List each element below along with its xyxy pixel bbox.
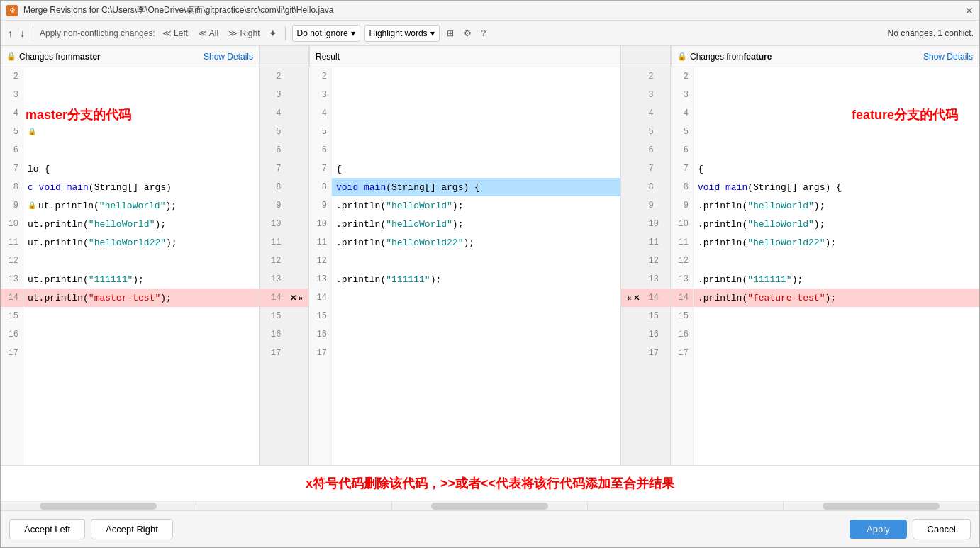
right-gutter: « ✕ 2 3 4 5 6 7 8 9 10 11 xyxy=(621,67,671,465)
lg-num-3: 3 xyxy=(260,86,284,104)
rc-3 xyxy=(332,86,620,104)
left-code-line-5: 🔒 xyxy=(23,123,259,141)
right-ln-11: 11 xyxy=(671,233,693,252)
right-conflict-actions[interactable]: « ✕ xyxy=(621,289,646,307)
magic-button[interactable]: ✦ xyxy=(267,26,279,40)
rn-11: 11 xyxy=(309,233,331,252)
left-line-num-17: 17 xyxy=(1,344,23,362)
diff-content: 2 3 4 5 6 7 8 9 10 11 12 13 14 15 16 17 xyxy=(1,67,979,465)
rg-num-11: 11 xyxy=(646,233,671,252)
rc-7: { xyxy=(332,160,620,178)
left-lock-icon: 🔒 xyxy=(6,52,16,61)
left-code-line-11: ut.println("helloWorld22"); xyxy=(23,233,259,252)
highlight-dropdown[interactable]: Highlight words ▾ xyxy=(364,25,440,42)
right-branch-name: feature xyxy=(743,52,772,62)
right-scrollbar-thumb[interactable] xyxy=(823,503,940,510)
lg-num-4: 4 xyxy=(260,104,284,123)
lg-num-11: 11 xyxy=(260,233,284,252)
rg-num-7: 7 xyxy=(646,160,671,178)
rn-6: 6 xyxy=(309,141,331,160)
right-gutter-header xyxy=(621,46,671,67)
left-code-line-2 xyxy=(23,67,259,86)
cancel-button[interactable]: Cancel xyxy=(913,519,971,539)
apply-left-button[interactable]: ≪ Left xyxy=(160,27,191,40)
left-line-num-8: 8 xyxy=(1,178,23,196)
left-code-line-16 xyxy=(23,325,259,344)
accept-right-button[interactable]: Accept Right xyxy=(91,519,173,539)
left-scrollbar-thumb[interactable] xyxy=(40,503,157,510)
left-line-num-3: 3 xyxy=(1,86,23,104)
right-show-details-link[interactable]: Show Details xyxy=(923,52,973,62)
right-code-9: .println("helloWorld"); xyxy=(694,196,979,215)
rn-4: 4 xyxy=(309,104,331,123)
help-button[interactable]: ? xyxy=(479,27,489,40)
rg-num-15: 15 xyxy=(646,307,671,325)
left-line-num-12: 12 xyxy=(1,252,23,270)
rn-2: 2 xyxy=(309,67,331,86)
right-scrollbar[interactable] xyxy=(784,501,979,510)
left-delete-icon[interactable]: ✕ xyxy=(290,293,296,303)
result-scrollbar-thumb[interactable] xyxy=(431,503,548,510)
right-ln-12: 12 xyxy=(671,252,693,270)
left-panel-header: 🔒 Changes from master Show Details xyxy=(1,46,260,67)
prev-change-button[interactable]: ↑ xyxy=(6,26,14,40)
rg-num-16: 16 xyxy=(646,325,671,344)
right-delete-icon[interactable]: ✕ xyxy=(633,293,640,303)
horizontal-scrollbar[interactable] xyxy=(1,501,979,510)
left-accept-icon[interactable]: » xyxy=(299,293,303,302)
rc-16 xyxy=(332,325,620,344)
result-code: { void main(String[] args) { .println("h… xyxy=(332,67,620,465)
help-icon: ? xyxy=(481,28,486,38)
settings-button[interactable]: ⚙ xyxy=(461,27,474,40)
left-diff-panel: 2 3 4 5 6 7 8 9 10 11 12 13 14 15 16 17 xyxy=(1,67,260,465)
close-icon[interactable]: ✕ xyxy=(965,5,974,16)
rc-10: .println("helloWorld"); xyxy=(332,215,620,233)
ignore-dropdown[interactable]: Do not ignore ▾ xyxy=(292,25,360,42)
right-code-4 xyxy=(694,104,979,123)
left-scrollbar[interactable] xyxy=(1,501,196,510)
left-action-buttons: ✕ » xyxy=(284,67,309,465)
left-line-num-9: 9 xyxy=(1,196,23,215)
left-line-num-16: 16 xyxy=(1,325,23,344)
rg-num-8: 8 xyxy=(646,178,671,196)
right-code-13: .println("111111"); xyxy=(694,270,979,289)
rg-num-5: 5 xyxy=(646,123,671,141)
apply-button[interactable]: Apply xyxy=(850,520,907,539)
right-code-17 xyxy=(694,344,979,362)
left-conflict-actions[interactable]: ✕ » xyxy=(284,289,309,307)
left-gutter-nums: 2 3 4 5 6 7 8 9 10 11 12 13 14 15 16 17 xyxy=(260,67,284,465)
right-gutter-scrollbar xyxy=(588,501,784,510)
separator-1 xyxy=(33,26,33,40)
lg-num-17: 17 xyxy=(260,344,284,362)
accept-left-button[interactable]: Accept Left xyxy=(9,519,85,539)
left-gutter: 2 3 4 5 6 7 8 9 10 11 12 13 14 15 16 17 xyxy=(260,67,309,465)
left-code-line-7: lo { xyxy=(23,160,259,178)
rc-5 xyxy=(332,123,620,141)
left-line-num-13: 13 xyxy=(1,270,23,289)
right-action-buttons: « ✕ xyxy=(621,67,646,465)
apply-right-button[interactable]: ≫ Right xyxy=(225,27,262,40)
rn-14: 14 xyxy=(309,289,331,307)
right-accept-icon[interactable]: « xyxy=(627,293,631,302)
result-scrollbar[interactable] xyxy=(392,501,588,510)
next-change-button[interactable]: ↓ xyxy=(18,26,26,40)
apply-all-button[interactable]: ≪ All xyxy=(195,27,221,40)
right-ln-4: 4 xyxy=(671,104,693,123)
left-line-num-6: 6 xyxy=(1,141,23,160)
right-code-3 xyxy=(694,86,979,104)
result-line-numbers: 2 3 4 5 6 7 8 9 10 11 12 13 14 15 16 17 xyxy=(309,67,332,465)
right-code-5 xyxy=(694,123,979,141)
rn-8: 8 xyxy=(309,178,331,196)
right-changes-label: Changes from xyxy=(690,52,743,62)
rc-8: void main(String[] args) { xyxy=(332,178,620,196)
left-show-details-link[interactable]: Show Details xyxy=(204,52,253,62)
rg-num-14: 14 xyxy=(646,289,671,307)
rn-3: 3 xyxy=(309,86,331,104)
right-ln-13: 13 xyxy=(671,270,693,289)
rg-num-9: 9 xyxy=(646,196,671,215)
apply-left-label: ≪ Left xyxy=(162,28,188,38)
rg-num-17: 17 xyxy=(646,344,671,362)
left-line-num-14: 14 xyxy=(1,289,23,307)
right-code: { void main(String[] args) { .println("h… xyxy=(694,67,979,465)
columns-button[interactable]: ⊞ xyxy=(444,27,457,40)
